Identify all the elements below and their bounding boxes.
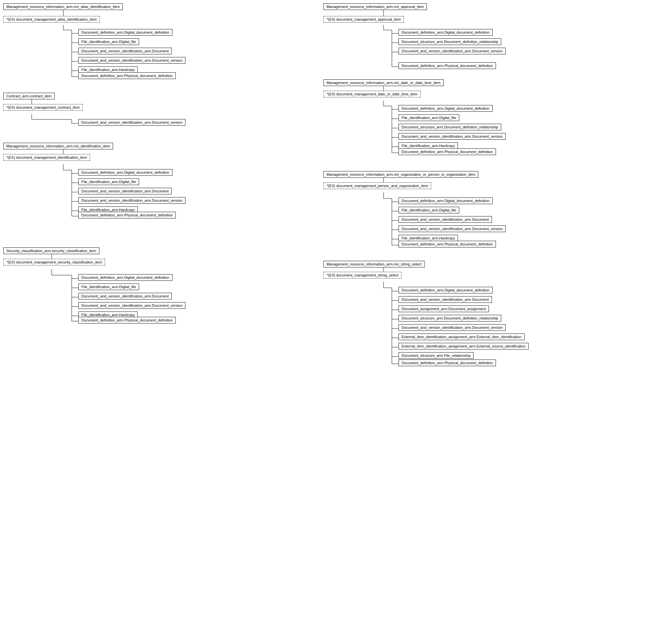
- ident-child-6: Document_definition_arm.Physical_documen…: [78, 212, 176, 218]
- str-child-5: Document_and_version_identification_arm.…: [399, 324, 506, 331]
- date-child-3: Document_structure_arm.Document_definiti…: [399, 124, 501, 131]
- approval-ex-node: *(EX) document_management_approval_item: [324, 16, 404, 23]
- approval-child-1: Document_definition_arm.Digital_document…: [399, 29, 493, 36]
- ident-child-3: Document_and_version_identification_arm.…: [78, 188, 172, 194]
- date-ex-node: *(EX) document_management_date_or_date_t…: [324, 91, 421, 97]
- str-child-9: Document_definition_arm.Physical_documen…: [399, 360, 496, 366]
- str-root-node: Management_resource_information_arm.mri_…: [324, 261, 425, 267]
- date-child-2: File_identification_arm.Digital_file: [399, 114, 459, 121]
- alias-child-5: File_identification_arm.Hardcopy: [78, 66, 138, 73]
- alias-child-1: Document_definition_arm.Digital_document…: [78, 29, 172, 36]
- str-child-3: Document_assignment_arm.Document_assignm…: [399, 306, 489, 312]
- org-root-node: Management_resource_information_arm.mri_…: [324, 171, 478, 178]
- org-child-5: File_identification_arm.Hardcopy: [399, 235, 458, 242]
- sec-child-6: Document_definition_arm.Physical_documen…: [78, 317, 176, 323]
- str-ex-node: *(EX) document_management_string_select: [324, 272, 401, 279]
- date-child-6: Document_definition_arm.Physical_documen…: [399, 148, 496, 155]
- str-child-1: Document_definition_arm.Digital_document…: [399, 287, 493, 293]
- approval-child-2: Document_structure_arm.Document_definiti…: [399, 38, 501, 45]
- str-child-6: External_item_identification_assignment_…: [399, 333, 525, 340]
- org-ex-node: *(EX) document_management_person_and_org…: [324, 182, 431, 189]
- alias-root-node: Management_resource_information_arm.mri_…: [3, 3, 123, 10]
- alias-child-3: Document_and_version_identification_arm.…: [78, 48, 172, 55]
- alias-child-2: File_identification_arm.Digital_file: [78, 38, 139, 45]
- sec-child-2: File_identification_arm.Digital_file: [78, 284, 139, 290]
- date-child-5: File_identification_arm.Hardcopy: [399, 142, 458, 149]
- org-child-1: Document_definition_arm.Digital_document…: [399, 198, 493, 204]
- contract-ex-node: *(EX) document_management_contract_item: [3, 104, 83, 111]
- ident-child-2: File_identification_arm.Digital_file: [78, 178, 139, 185]
- org-child-4: Document_and_version_identification_arm.…: [399, 225, 506, 232]
- str-child-2: Document_and_version_identification_arm.…: [399, 296, 492, 303]
- approval-child-4: Document_definition_arm.Physical_documen…: [399, 62, 496, 69]
- alias-child-6: Document_definition_arm.Physical_documen…: [78, 72, 176, 79]
- alias-ex-node: *(EX) document_management_alias_identifi…: [3, 16, 100, 23]
- org-child-6: Document_definition_arm.Physical_documen…: [399, 241, 496, 247]
- contract-root-node: Contract_arm.contract_item: [3, 93, 55, 99]
- sec-ex-node: *(EX) document_management_security_class…: [3, 259, 105, 265]
- date-child-1: Document_definition_arm.Digital_document…: [399, 105, 493, 112]
- str-child-7: External_item_identification_assignment_…: [399, 343, 529, 350]
- sec-root-node: Security_classification_arm.security_cla…: [3, 247, 99, 254]
- org-child-2: File_identification_arm.Digital_file: [399, 207, 459, 213]
- approval-child-3: Document_and_version_identification_arm.…: [399, 48, 506, 55]
- ident-child-4: Document_and_version_identification_arm.…: [78, 197, 185, 204]
- sec-child-3: Document_and_version_identification_arm.…: [78, 293, 172, 299]
- org-child-3: Document_and_version_identification_arm.…: [399, 216, 492, 223]
- date-child-4: Document_and_version_identification_arm.…: [399, 133, 506, 140]
- approval-root-node: Management_resource_information_arm.mri_…: [324, 3, 427, 10]
- contract-child-1: Document_and_version_identification_arm.…: [78, 119, 185, 126]
- ident-root-node: Management_resource_information_arm.mri_…: [3, 143, 113, 149]
- alias-child-4: Document_and_version_identification_arm.…: [78, 57, 185, 64]
- sec-child-1: Document_definition_arm.Digital_document…: [78, 274, 172, 281]
- date-root-node: Management_resource_information_arm.mri_…: [324, 79, 443, 86]
- str-child-4: Document_structure_arm.Document_definiti…: [399, 315, 501, 322]
- ident-ex-node: *(EX) document_management_identification…: [3, 154, 90, 161]
- sec-child-4: Document_and_version_identification_arm.…: [78, 302, 185, 309]
- str-child-8: Document_structure_arm.File_relationship: [399, 352, 474, 359]
- ident-child-1: Document_definition_arm.Digital_document…: [78, 169, 172, 176]
